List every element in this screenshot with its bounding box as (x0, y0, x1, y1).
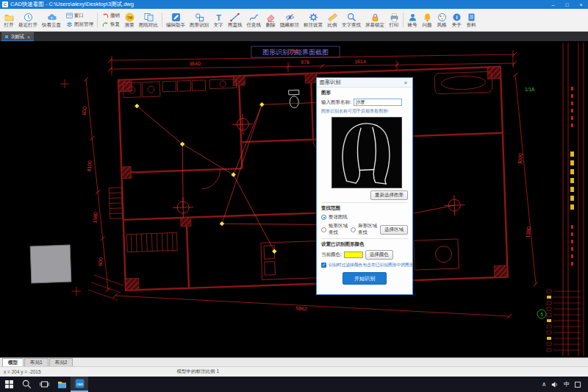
search-icon (346, 12, 356, 22)
person-icon (407, 12, 417, 22)
toolbar-text-button[interactable]: T 文字 (211, 10, 226, 30)
shape-name-label: 输入图形名称: (321, 99, 351, 106)
line-icon (230, 12, 240, 22)
eye-slash-icon (284, 12, 295, 22)
windows-taskbar: CAD ∧ 中 (0, 377, 588, 392)
palette-icon (437, 12, 447, 22)
cad-app-taskbar-button[interactable]: CAD (71, 377, 88, 392)
sheet-tab-layout2[interactable]: 布局2 (49, 358, 74, 366)
task-view-button[interactable] (35, 377, 53, 392)
dialog-title: 图形识别 (320, 79, 340, 86)
tray-expand-icon[interactable]: ∧ (542, 381, 546, 388)
toolbar-window-button[interactable]: 窗口 (65, 12, 93, 19)
shape-recognition-dialog: 图形识别 × 图形 输入图形名称: 图形识别名称可用于后期查看图形! (316, 77, 413, 295)
annotation-scale-info: 模型中的标注比例 1 (177, 368, 219, 375)
toolbar-delete-button[interactable]: 删除 (263, 10, 278, 30)
minimize-button[interactable]: – (546, 0, 560, 9)
close-button[interactable]: × (574, 0, 588, 9)
dim-left1: 600 (82, 107, 87, 115)
compare-sheets-icon (143, 12, 154, 22)
radio-other-area[interactable] (351, 227, 356, 232)
radio-rect-area[interactable] (321, 227, 326, 232)
radio-full-drawing[interactable] (321, 215, 326, 220)
toolbar-open-button[interactable]: 打开 (1, 10, 16, 30)
svg-text:CAD: CAD (76, 382, 83, 386)
file-explorer-button[interactable] (53, 377, 71, 392)
toolbar-screen-lock-button[interactable]: 屏幕锁定 (363, 10, 387, 30)
app-icon: C (2, 1, 8, 7)
clock-icon (23, 12, 33, 22)
cloud-icon (46, 12, 57, 22)
sofa-outline (332, 118, 401, 188)
toolbar-annotation-settings-button[interactable]: 标注设置 (301, 10, 325, 30)
windows-logo-icon (4, 379, 14, 389)
eraser-icon (265, 12, 276, 22)
info-icon: i (451, 12, 462, 22)
dialog-title-bar[interactable]: 图形识别 × (317, 78, 412, 88)
toolbar-hide-annotation-button[interactable]: 隐藏标注 (278, 10, 301, 30)
dim-top-seg2: 978 (301, 60, 309, 65)
freehand-icon (248, 12, 259, 22)
input-method-indicator[interactable]: 中 (564, 380, 570, 388)
toolbar-docs-button[interactable]: 资料 (464, 10, 478, 30)
reselect-shape-button[interactable]: 重新选择图形 (370, 190, 408, 200)
bell-icon (422, 12, 432, 22)
toolbar-measure-button[interactable]: YM 测量 (122, 10, 137, 30)
toolbar-free-line-button[interactable]: 任意线 (245, 10, 264, 30)
dialog-close-button[interactable]: × (402, 79, 409, 86)
sheet-tab-model[interactable]: 模型 (2, 358, 24, 366)
toolbar-message-button[interactable]: 问题 (420, 10, 434, 30)
redo-icon (101, 21, 109, 28)
toolbar-scale-button[interactable]: 比例 (325, 10, 340, 30)
action-center-icon[interactable] (575, 382, 581, 388)
task-view-icon (40, 379, 49, 389)
toolbar-redo-button[interactable]: 恢复 (101, 21, 120, 28)
tab-close-icon[interactable]: × (27, 35, 30, 40)
sheet-tab-layout1[interactable]: 布局1 (24, 358, 49, 366)
toolbar-recent-button[interactable]: 最近打开 (16, 10, 40, 30)
toolbar-print-button[interactable]: 打印 (387, 10, 401, 30)
toolbar-find-text-button[interactable]: 文字查找 (340, 10, 363, 30)
taskbar-search-button[interactable] (18, 377, 35, 392)
shape-name-input[interactable] (354, 99, 402, 106)
toolbar-undo-button[interactable]: 撤销 (101, 12, 120, 19)
layers-icon (65, 21, 73, 28)
toolbar-layers-button[interactable]: 图层管理 (65, 21, 93, 28)
maximize-button[interactable]: □ (560, 0, 574, 9)
toolbar-account-button[interactable]: 账号 (405, 10, 420, 30)
toolbar-draw-line-button[interactable]: 画直线 (226, 10, 245, 30)
toolbar-stack-history: 撤销 恢复 (99, 10, 122, 30)
file-explorer-icon (57, 379, 67, 389)
toolbar-compare-button[interactable]: 图纸对比 (137, 10, 160, 30)
lock-icon (370, 12, 380, 22)
toolbar-about-button[interactable]: i 关于 (449, 10, 464, 30)
toolbar-shape-recognition-button[interactable]: 图形识别 (187, 10, 211, 30)
toolbar-edit-assistant-button[interactable]: 编辑助手 (164, 10, 187, 30)
ruler-icon (327, 12, 337, 22)
tab-file-icon (5, 35, 8, 38)
start-button[interactable] (0, 377, 18, 392)
range-option-full[interactable]: 整张图纸 (321, 214, 408, 221)
svg-text:i: i (456, 14, 457, 21)
volume-icon[interactable] (551, 381, 559, 388)
filter-option[interactable]: ✓ 识别时过滤掉颜色包含在已识别图形中的图形! (321, 262, 408, 268)
current-color-label: 当前颜色: (321, 252, 342, 258)
range-section-label: 查找范围 (321, 202, 408, 212)
dim-right2: 1380 (525, 227, 531, 238)
filter-checkbox[interactable]: ✓ (321, 263, 326, 268)
drawing-canvas[interactable]: 图形识别功能界面截图 (0, 41, 588, 357)
toolbar-cloud-button[interactable]: 快看云盘 (40, 10, 63, 30)
system-tray: ∧ 中 (542, 377, 588, 392)
cad-viewer-window: C CAD快速看图 - C:\Users\alexy\Desktop\3测试.d… (0, 0, 588, 392)
grid-label-top-right: 1/1A (525, 87, 535, 92)
toolbar-style-button[interactable]: 风格 (434, 10, 449, 30)
choose-color-button[interactable]: 选择颜色 (365, 250, 393, 260)
search-icon (22, 379, 32, 389)
start-recognition-button[interactable]: 开始识别 (343, 272, 387, 285)
book-icon (466, 12, 476, 22)
current-color-swatch (344, 252, 363, 258)
select-area-button[interactable]: 选择区域 (380, 225, 408, 235)
printer-icon (389, 12, 399, 22)
dim-top-total: 7788 (287, 49, 298, 54)
document-tab[interactable]: 3测试 × (1, 32, 34, 41)
